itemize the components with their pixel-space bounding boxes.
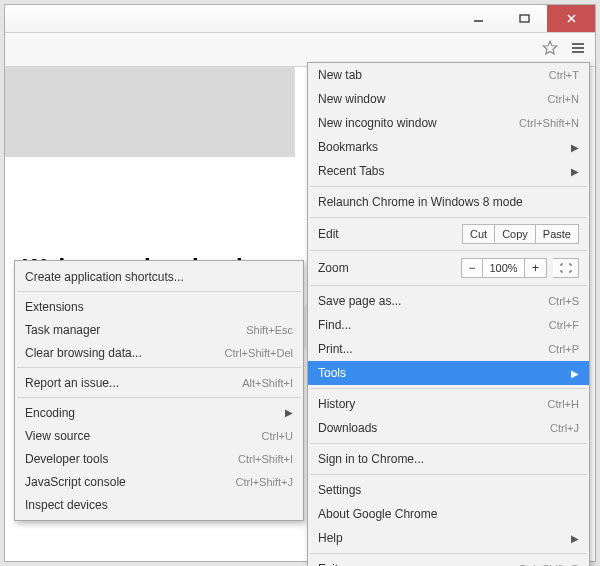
menu-label: Find... [318,318,549,332]
menu-label: Clear browsing data... [25,346,225,360]
menu-shortcut: Ctrl+J [550,422,579,434]
menu-encoding[interactable]: Encoding▶ [15,401,303,424]
menu-find[interactable]: Find...Ctrl+F [308,313,589,337]
separator [17,367,301,368]
zoom-out-button[interactable]: − [461,258,483,278]
menu-about[interactable]: About Google Chrome [308,502,589,526]
menu-history[interactable]: HistoryCtrl+H [308,392,589,416]
separator [310,443,587,444]
menu-label: Help [318,531,565,545]
menu-save-page[interactable]: Save page as...Ctrl+S [308,289,589,313]
menu-label: Recent Tabs [318,164,565,178]
menu-new-window[interactable]: New windowCtrl+N [308,87,589,111]
menu-label: Relaunch Chrome in Windows 8 mode [318,195,579,209]
menu-downloads[interactable]: DownloadsCtrl+J [308,416,589,440]
menu-label: Create application shortcuts... [25,270,293,284]
menu-shortcut: Ctrl+Shift+J [236,476,293,488]
separator [310,250,587,251]
separator [310,217,587,218]
menu-zoom-row: Zoom − 100% + [308,254,589,282]
paste-button[interactable]: Paste [536,224,579,244]
menu-label: About Google Chrome [318,507,579,521]
menu-extensions[interactable]: Extensions [15,295,303,318]
svg-rect-1 [520,15,529,22]
menu-label: Bookmarks [318,140,565,154]
menu-edit-row: Edit Cut Copy Paste [308,221,589,247]
menu-shortcut: Ctrl+Shift+N [519,117,579,129]
menu-label: Encoding [25,406,279,420]
menu-label: Sign in to Chrome... [318,452,579,466]
menu-shortcut: Ctrl+N [548,93,579,105]
menu-label: New incognito window [318,116,519,130]
menu-exit[interactable]: ExitCtrl+Shift+Q [308,557,589,566]
menu-inspect-devices[interactable]: Inspect devices [15,493,303,516]
menu-bookmarks[interactable]: Bookmarks▶ [308,135,589,159]
menu-print[interactable]: Print...Ctrl+P [308,337,589,361]
close-button[interactable] [547,5,595,32]
menu-shortcut: Ctrl+Shift+Del [225,347,293,359]
bookmark-star-icon[interactable] [541,39,559,61]
menu-label: Developer tools [25,452,238,466]
chevron-right-icon: ▶ [571,166,579,177]
chevron-right-icon: ▶ [571,533,579,544]
menu-relaunch[interactable]: Relaunch Chrome in Windows 8 mode [308,190,589,214]
menu-task-manager[interactable]: Task managerShift+Esc [15,318,303,341]
separator [310,553,587,554]
separator [310,285,587,286]
menu-shortcut: Ctrl+P [548,343,579,355]
menu-label: Tools [318,366,565,380]
background-shadow [5,67,295,157]
separator [310,388,587,389]
menu-label: Print... [318,342,548,356]
minimize-button[interactable] [455,5,501,32]
menu-view-source[interactable]: View sourceCtrl+U [15,424,303,447]
zoom-value: 100% [483,258,525,278]
separator [310,474,587,475]
zoom-in-button[interactable]: + [525,258,547,278]
hamburger-menu-icon[interactable] [569,39,587,61]
menu-label: New window [318,92,548,106]
menu-js-console[interactable]: JavaScript consoleCtrl+Shift+J [15,470,303,493]
menu-label: Edit [318,227,462,241]
menu-signin[interactable]: Sign in to Chrome... [308,447,589,471]
menu-label: Settings [318,483,579,497]
menu-label: Save page as... [318,294,548,308]
copy-button[interactable]: Copy [495,224,536,244]
menu-shortcut: Shift+Esc [246,324,293,336]
menu-settings[interactable]: Settings [308,478,589,502]
menu-tools[interactable]: Tools▶ [308,361,589,385]
menu-label: Downloads [318,421,550,435]
menu-shortcut: Ctrl+S [548,295,579,307]
menu-shortcut: Ctrl+F [549,319,579,331]
separator [17,291,301,292]
menu-create-shortcuts[interactable]: Create application shortcuts... [15,265,303,288]
chevron-right-icon: ▶ [571,368,579,379]
menu-label: History [318,397,548,411]
separator [310,186,587,187]
menu-report-issue[interactable]: Report an issue...Alt+Shift+I [15,371,303,394]
svg-marker-4 [543,41,557,54]
menu-help[interactable]: Help▶ [308,526,589,550]
menu-incognito[interactable]: New incognito windowCtrl+Shift+N [308,111,589,135]
menu-label: Report an issue... [25,376,242,390]
menu-label: New tab [318,68,549,82]
menu-clear-data[interactable]: Clear browsing data...Ctrl+Shift+Del [15,341,303,364]
menu-label: Zoom [318,261,461,275]
maximize-button[interactable] [501,5,547,32]
menu-shortcut: Alt+Shift+I [242,377,293,389]
cut-button[interactable]: Cut [462,224,495,244]
separator [17,397,301,398]
menu-shortcut: Ctrl+T [549,69,579,81]
menu-label: View source [25,429,262,443]
menu-shortcut: Ctrl+H [548,398,579,410]
menu-developer-tools[interactable]: Developer toolsCtrl+Shift+I [15,447,303,470]
fullscreen-button[interactable] [553,258,579,278]
menu-recent-tabs[interactable]: Recent Tabs▶ [308,159,589,183]
chrome-main-menu: New tabCtrl+T New windowCtrl+N New incog… [307,62,590,566]
menu-label: Extensions [25,300,293,314]
menu-new-tab[interactable]: New tabCtrl+T [308,63,589,87]
chevron-right-icon: ▶ [571,142,579,153]
chevron-right-icon: ▶ [285,407,293,418]
menu-label: Inspect devices [25,498,293,512]
menu-label: Task manager [25,323,246,337]
